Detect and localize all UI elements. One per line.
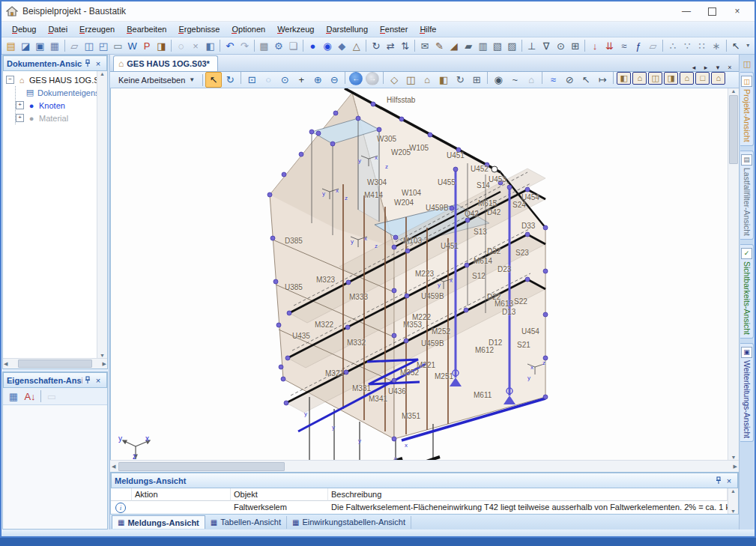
view-side-icon[interactable]: ◨: [664, 72, 678, 85]
tab-projekt-ansicht[interactable]: ◫ Projekt-Ansicht: [740, 72, 754, 146]
scroll-up-icon[interactable]: ▲: [731, 488, 736, 494]
menu-fenster[interactable]: Fenster: [374, 23, 414, 35]
viewport-horizontal-scrollbar[interactable]: ◀ ▶: [110, 460, 739, 472]
plane-view-icon[interactable]: ◫: [402, 72, 419, 88]
tab-close-button[interactable]: ×: [724, 64, 736, 71]
select-add-icon[interactable]: ↖: [578, 72, 594, 88]
zoom-icon[interactable]: ⊙: [276, 72, 293, 88]
html-export-icon[interactable]: ◨: [154, 38, 169, 54]
scroll-up-icon[interactable]: ▲: [100, 71, 105, 76]
pin-icon[interactable]: [82, 58, 93, 69]
properties-icon[interactable]: ▩: [257, 38, 271, 54]
zoom-out-icon[interactable]: ⊖: [326, 72, 342, 88]
mirror-nodes-icon[interactable]: ∵: [680, 38, 695, 54]
create-panel-icon[interactable]: ▥: [476, 38, 490, 54]
scroll-down-icon[interactable]: ▼: [731, 509, 736, 514]
create-area-icon[interactable]: ▰: [461, 38, 475, 54]
move-nodes-icon[interactable]: ∗: [709, 38, 723, 54]
close-button[interactable]: ×: [725, 3, 750, 19]
settings-icon[interactable]: ⚙: [271, 38, 285, 54]
plane-icon[interactable]: ▱: [646, 38, 660, 54]
menu-hilfe[interactable]: Hilfe: [414, 23, 442, 35]
scrollbar-thumb[interactable]: [18, 360, 91, 368]
menu-erzeugen[interactable]: Erzeugen: [73, 23, 121, 35]
alphabetical-sort-icon[interactable]: A↓: [22, 389, 38, 404]
collapse-expander-icon[interactable]: −: [6, 76, 14, 84]
copy-icon[interactable]: ◧: [203, 38, 217, 54]
tab-sichtbarkeits-ansicht[interactable]: ✓ Sichtbarkeits-Ansicht: [740, 244, 754, 339]
tree-vertical-scrollbar[interactable]: ▲ ▼: [97, 71, 107, 358]
column-header-beschreibung[interactable]: Beschreibung: [328, 488, 728, 501]
categorized-icon[interactable]: ▦: [5, 389, 22, 404]
maximize-button[interactable]: [699, 3, 725, 19]
window-layout-icon[interactable]: ❏: [286, 38, 300, 54]
property-pages-icon[interactable]: ▭: [43, 389, 60, 404]
view-top-icon[interactable]: ◫: [648, 72, 662, 85]
zoom-window-icon[interactable]: ⊡: [244, 72, 260, 88]
support-icon[interactable]: ⊥: [524, 38, 539, 54]
scroll-left-icon[interactable]: ◀: [4, 361, 7, 367]
scroll-down-icon[interactable]: ▼: [100, 353, 105, 358]
mesh-icon[interactable]: ▧: [490, 38, 504, 54]
tree-item-knoten[interactable]: + ● Knoten: [16, 99, 107, 112]
camera-icon[interactable]: ◉: [490, 72, 506, 88]
delete-icon[interactable]: ×: [188, 38, 202, 54]
load-beam-icon[interactable]: ↓: [587, 38, 602, 54]
print-icon[interactable]: ▭: [111, 38, 125, 54]
edit-member-icon[interactable]: ✎: [432, 38, 447, 54]
tree-item-material[interactable]: + ● Material: [16, 112, 107, 124]
tab-tabellen-ansicht[interactable]: ▦ Tabellen-Ansicht: [205, 516, 287, 529]
zoom-rotate-icon[interactable]: ↻: [222, 72, 238, 88]
view-plan-icon[interactable]: □: [695, 72, 710, 85]
home-view-icon[interactable]: ⌂: [419, 72, 435, 88]
tab-list-button[interactable]: ▾: [712, 64, 724, 71]
view-front-icon[interactable]: ⌂: [632, 72, 647, 85]
close-icon[interactable]: ×: [724, 476, 734, 486]
word-export-icon[interactable]: W: [125, 38, 139, 54]
messages-vertical-scrollbar[interactable]: ▲ ▼: [728, 488, 738, 514]
section-view-icon[interactable]: ◧: [435, 72, 452, 88]
rotate-label-icon[interactable]: ↻: [369, 38, 383, 54]
tree-horizontal-scrollbar[interactable]: ◀ ▶: [3, 358, 107, 368]
select-member-icon[interactable]: ◆: [335, 38, 349, 54]
zoom-in-icon[interactable]: ⊕: [309, 72, 326, 88]
menu-bearbeiten[interactable]: Bearbeiten: [121, 23, 172, 35]
column-header-objekt[interactable]: Objekt: [231, 488, 328, 501]
scrollbar-thumb[interactable]: [729, 95, 738, 164]
tree-item-dokumenteigenschaften[interactable]: ▤ Dokumenteigens: [16, 86, 107, 99]
orbit-view-icon[interactable]: ↻: [452, 72, 468, 88]
menu-optionen[interactable]: Optionen: [226, 23, 271, 35]
open-icon[interactable]: ◪: [18, 38, 32, 54]
scroll-up-icon[interactable]: ▲: [731, 88, 737, 94]
expander-icon[interactable]: +: [16, 101, 24, 109]
close-icon[interactable]: ×: [93, 375, 103, 386]
waves-icon[interactable]: ≈: [545, 72, 561, 88]
pdf-export-icon[interactable]: P: [139, 38, 154, 54]
menu-darstellung[interactable]: Darstellung: [320, 23, 374, 35]
tab-weiterleitungs-ansicht[interactable]: ▣ Weiterleitungs-Ansicht: [740, 343, 754, 442]
column-header-icon[interactable]: [111, 488, 132, 501]
label-node-icon[interactable]: △: [349, 38, 363, 54]
message-row-icon-cell[interactable]: i: [111, 501, 132, 514]
view-iso-icon[interactable]: ⌂: [711, 72, 725, 85]
tab-scroll-right-button[interactable]: ▸: [700, 64, 712, 71]
walk-path-icon[interactable]: ~: [506, 72, 523, 88]
redo-icon[interactable]: ↷: [237, 38, 251, 54]
print-preview-icon[interactable]: ◫: [82, 38, 96, 54]
select-node-icon[interactable]: ◉: [320, 38, 334, 54]
save-all-icon[interactable]: ▦: [47, 38, 61, 54]
copy-nodes-icon[interactable]: ∴: [665, 38, 680, 54]
view-se-icon[interactable]: ◧: [617, 72, 631, 85]
dimension-icon[interactable]: ↦: [594, 72, 611, 88]
spring-icon[interactable]: ∇: [539, 38, 553, 54]
close-icon[interactable]: ×: [93, 58, 103, 69]
scroll-left-icon[interactable]: ◀: [112, 464, 115, 470]
scale-label-icon[interactable]: ⇅: [398, 38, 412, 54]
new-report-icon[interactable]: ▤: [4, 38, 18, 54]
message-row-object-cell[interactable]: Faltwerkselem: [231, 501, 328, 514]
pin-icon[interactable]: [713, 476, 724, 486]
tree-item-ges-haus[interactable]: − ⌂ GES HAUS 1OG.S03*: [6, 73, 107, 86]
edit-polygon-icon[interactable]: ◢: [447, 38, 461, 54]
hinge-icon[interactable]: ⊙: [554, 38, 568, 54]
workplane-dropdown[interactable]: Keine Arbeitseben ▼: [113, 74, 200, 86]
